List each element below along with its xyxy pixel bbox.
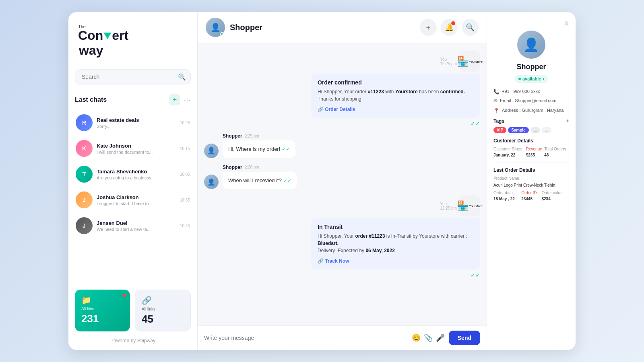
last-chats-actions: + ⋯ xyxy=(169,94,191,105)
search-button[interactable]: 🔍 xyxy=(178,73,186,81)
mic-icon: 🎤 xyxy=(436,334,445,342)
tags-list: VIPSample...... xyxy=(493,127,569,133)
add-action-button[interactable]: ＋ xyxy=(420,19,437,36)
message-row: 👤 Shopper 2:26 pm When will I recevied i… xyxy=(204,165,480,189)
customer-details: Customer Since Revenue Total Orders Janu… xyxy=(493,147,569,158)
chat-header: 👤 Shopper ＋ 🔔 🔍 xyxy=(198,12,487,43)
section-divider xyxy=(493,162,569,162)
attach-icon: 📎 xyxy=(424,334,433,342)
logo-main-text: Con ert xyxy=(78,28,188,43)
chat-time: 10:45 xyxy=(180,224,190,228)
chat-name: Jensen Duel xyxy=(97,220,176,226)
last-chats-header: Last chats + ⋯ xyxy=(68,91,197,110)
order-details: Order date Order ID Order value 18 May ,… xyxy=(493,191,569,201)
track-now-link[interactable]: 🔗 Track Now xyxy=(318,258,474,264)
status-badge: available › xyxy=(514,75,548,83)
last-chats-title: Last chats xyxy=(75,96,107,103)
msg-card-title: Order confirmed xyxy=(318,79,474,86)
address-info-row: 📍 Address : Gururgram , Haryana xyxy=(493,107,569,113)
chat-info: Joshua Clarkson I suggest to start. I ha… xyxy=(97,194,176,206)
msg-time: 2:25 pm xyxy=(245,134,259,138)
add-chat-button[interactable]: + xyxy=(169,94,180,105)
logo-line2: way xyxy=(78,43,188,58)
notification-badge xyxy=(451,21,455,25)
msg-card-title: In Transit xyxy=(318,224,474,230)
tag-item[interactable]: ... xyxy=(530,127,540,133)
add-tag-button[interactable]: + xyxy=(566,118,569,124)
contact-email: Email - Shopper@email.com xyxy=(500,98,556,104)
msg-time: You12:25 pm xyxy=(440,57,457,66)
chat-name: Real estate deals xyxy=(97,117,176,123)
store-icon: 🏪Yourstore xyxy=(459,51,480,72)
files-folder-icon: 📁 xyxy=(81,295,124,305)
tag-item[interactable]: ... xyxy=(542,127,551,133)
col-revenue: Revenue xyxy=(526,147,544,153)
msg-card: Order confirmed Hi Shopper, Your order #… xyxy=(311,74,480,118)
chat-avatar: J xyxy=(76,217,93,234)
msg-group: You12:25 pm 🏪Yourstore Order confirmed H… xyxy=(204,51,480,127)
chat-time: 10:35 xyxy=(180,198,190,202)
powered-by: Powered by Shipway xyxy=(68,338,197,350)
message-input[interactable] xyxy=(204,335,408,341)
files-stat-box[interactable]: 📁 All files 231 xyxy=(75,290,130,331)
status-dot xyxy=(518,78,521,80)
plus-icon: + xyxy=(173,96,177,104)
links-count: 45 xyxy=(142,313,184,325)
chat-preview: Sorry... xyxy=(97,124,176,129)
phone-icon: 📞 xyxy=(493,89,500,95)
list-item[interactable]: R Real estate deals Sorry... 10:25 xyxy=(72,110,194,135)
email-info-row: ✉ Email - Shopper@email.com xyxy=(493,98,569,104)
chat-info: Jensen Duel We need to start a new ta... xyxy=(97,220,176,232)
search-input[interactable] xyxy=(75,69,191,84)
chat-avatar: R xyxy=(76,114,93,131)
msg-sender: Shopper xyxy=(223,133,242,139)
sidebar: The Con ert way 🔍 Last chats + ⋯ xyxy=(68,12,197,350)
chat-name: Joshua Clarkson xyxy=(97,194,176,200)
chat-avatar: K xyxy=(76,140,93,157)
chat-info: Kate Johnson I will send the document to… xyxy=(97,143,176,154)
sidebar-footer: 📁 All files 231 🔗 All links 45 xyxy=(68,283,197,338)
message-row: 👤 Shopper 2:25 pm Hi, Where is my order!… xyxy=(204,133,480,158)
msg-time: You12:25 pm xyxy=(440,202,457,210)
msg-avatar: 👤 xyxy=(204,175,219,189)
emoji-icon: 😊 xyxy=(412,334,421,342)
val-revenue: $235 xyxy=(526,153,544,158)
search-chat-button[interactable]: 🔍 xyxy=(462,19,479,36)
list-item[interactable]: J Jensen Duel We need to start a new ta.… xyxy=(72,213,194,238)
chat-preview: Are you going to a business... xyxy=(97,175,176,180)
messages-area: You12:25 pm 🏪Yourstore Order confirmed H… xyxy=(198,43,487,325)
profile-status: available › xyxy=(493,74,569,83)
val-since: January, 22 xyxy=(493,153,526,158)
order-details-link[interactable]: 🔗 Order Details xyxy=(318,107,474,112)
col-order-id: Order ID xyxy=(521,191,541,197)
gear-icon[interactable]: ⚙ xyxy=(564,20,569,27)
list-item[interactable]: K Kate Johnson I will send the document … xyxy=(72,136,194,161)
chat-contact-name: Shopper xyxy=(230,23,415,32)
chat-info: Real estate deals Sorry... xyxy=(97,117,176,129)
chat-preview: I will send the document to... xyxy=(97,150,176,154)
attachment-button[interactable]: 📎 xyxy=(424,333,433,342)
val-order-value: $234 xyxy=(542,197,570,201)
voice-button[interactable]: 🎤 xyxy=(436,333,445,342)
notifications-button[interactable]: 🔔 xyxy=(441,19,458,36)
msg-group: 👤 Shopper 2:25 pm Hi, Where is my order!… xyxy=(204,133,480,158)
send-button[interactable]: Send xyxy=(449,331,480,345)
files-label: All files xyxy=(81,306,124,311)
tag-item[interactable]: Sample xyxy=(508,127,529,133)
list-item[interactable]: J Joshua Clarkson I suggest to start. I … xyxy=(72,187,194,212)
col-orders: Total Orders xyxy=(544,147,569,153)
col-order-value: Order value xyxy=(542,191,570,197)
chat-main: 👤 Shopper ＋ 🔔 🔍 You1 xyxy=(197,12,487,350)
read-receipt: ✓✓ xyxy=(471,120,480,127)
col-order-date: Order date xyxy=(493,191,521,197)
val-order-id: 23445 xyxy=(521,197,541,201)
contact-info-row: 📞 +91 - 999-000-xxxx xyxy=(493,88,569,95)
links-stat-box[interactable]: 🔗 All links 45 xyxy=(135,290,191,331)
more-options-button[interactable]: ⋯ xyxy=(184,95,191,104)
links-label: All links xyxy=(142,307,184,311)
chat-time: 10:05 xyxy=(180,172,190,177)
product-name-label: Product Name xyxy=(493,176,569,181)
list-item[interactable]: T Tamara Shevchenko Are you going to a b… xyxy=(72,162,194,187)
tag-item[interactable]: VIP xyxy=(493,127,506,133)
emoji-button[interactable]: 😊 xyxy=(412,333,421,342)
